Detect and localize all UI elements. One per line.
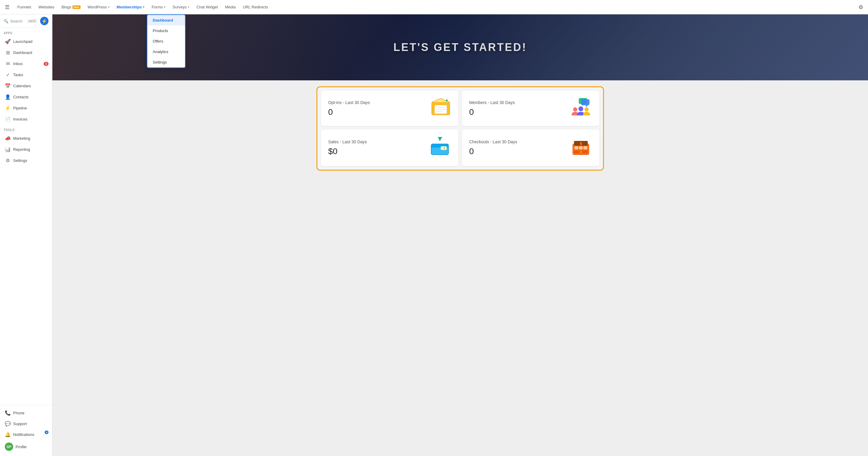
sidebar-item-support[interactable]: 💬 Support (1, 419, 51, 429)
nav-memberships[interactable]: Memberships ▾ (114, 3, 148, 11)
sales-value: $0 (328, 147, 367, 156)
optins-card: Opt-ins - Last 30 Days 0 (321, 91, 458, 126)
sidebar-item-notifications[interactable]: 🔔 Notifications 4 (1, 429, 51, 440)
sidebar-item-label: Support (13, 422, 27, 426)
sidebar-item-label: Launchpad (13, 39, 32, 44)
dropdown-item-settings[interactable]: Settings (147, 57, 185, 67)
sidebar-item-label: Tasks (13, 73, 23, 77)
email-envelope-icon (430, 97, 451, 120)
hero-title: LET'S GET STARTED! (394, 41, 527, 54)
checkouts-title: Checkouts - Last 30 Days (469, 139, 517, 144)
settings-gear-icon[interactable]: ⚙ (859, 4, 863, 10)
launchpad-icon: 🚀 (5, 39, 11, 45)
sidebar-item-invoices[interactable]: 📄 Invoices (1, 114, 51, 124)
sidebar-item-calendars[interactable]: 📅 Calendars (1, 81, 51, 91)
inbox-icon: ✉ (5, 61, 11, 66)
reporting-icon: 📊 (5, 147, 11, 152)
sidebar-item-label: Profile (16, 445, 27, 449)
sales-card-content: Sales - Last 30 Days $0 (328, 139, 367, 156)
support-icon: 💬 (5, 421, 11, 427)
dropdown-item-products[interactable]: Products (147, 26, 185, 36)
sidebar-item-settings[interactable]: ⚙ Settings (1, 155, 51, 166)
optins-title: Opt-ins - Last 30 Days (328, 100, 370, 105)
chevron-down-icon: ▾ (143, 5, 144, 9)
tasks-icon: ✓ (5, 72, 11, 78)
svg-point-27 (580, 151, 582, 153)
svg-rect-24 (579, 146, 583, 149)
quick-add-button[interactable]: ⚡ (40, 17, 49, 25)
sidebar-item-profile[interactable]: GP Profile (1, 440, 51, 453)
top-navigation: ☰ Funnels Websites Blogs New WordPress ▾… (0, 0, 868, 15)
marketing-icon: 📣 (5, 136, 11, 141)
sidebar-item-marketing[interactable]: 📣 Marketing (1, 133, 51, 144)
nav-media[interactable]: Media (222, 3, 239, 11)
search-icon: 🔍 (4, 19, 8, 23)
hamburger-menu[interactable]: ☰ (5, 4, 9, 10)
members-title: Members - Last 30 Days (469, 100, 515, 105)
svg-point-13 (585, 107, 589, 112)
sidebar-item-tasks[interactable]: ✓ Tasks (1, 69, 51, 80)
checkouts-card-content: Checkouts - Last 30 Days 0 (469, 139, 517, 156)
nav-surveys[interactable]: Surveys ▾ (169, 3, 192, 11)
contacts-icon: 👤 (5, 94, 11, 100)
memberships-dropdown: Dashboard Products Offers Analytics Sett… (147, 15, 186, 68)
sidebar-item-label: Contacts (13, 95, 28, 99)
content-area: LET'S GET STARTED! Opt-ins - Last 30 Day… (53, 15, 868, 456)
apps-section-label: Apps (0, 28, 52, 36)
checkouts-value: 0 (469, 147, 517, 156)
chevron-down-icon: ▾ (188, 5, 189, 9)
sidebar-item-reporting[interactable]: 📊 Reporting (1, 144, 51, 155)
svg-point-19 (443, 147, 445, 149)
nav-links: Funnels Websites Blogs New WordPress ▾ M… (14, 3, 859, 11)
sidebar-item-label: Calendars (13, 84, 31, 88)
dashboard-section: Opt-ins - Last 30 Days 0 (53, 80, 868, 179)
sidebar-item-label: Marketing (13, 136, 30, 141)
cards-wrapper: Opt-ins - Last 30 Days 0 (316, 86, 604, 171)
sidebar-item-label: Reporting (13, 147, 30, 152)
sidebar-item-launchpad[interactable]: 🚀 Launchpad (1, 36, 51, 47)
phone-icon: 📞 (5, 410, 11, 416)
sidebar-item-label: Dashboard (13, 50, 32, 55)
nav-wordpress[interactable]: WordPress ▾ (85, 3, 113, 11)
invoices-icon: 📄 (5, 116, 11, 122)
sidebar: 🔍 Search ctrl K ⚡ Apps 🚀 Launchpad ⊞ Das… (0, 15, 53, 456)
avatar: GP (5, 443, 13, 451)
sidebar-item-label: Invoices (13, 117, 28, 121)
new-badge: New (72, 5, 81, 9)
sales-title: Sales - Last 30 Days (328, 139, 367, 144)
search-bar[interactable]: 🔍 Search ctrl K ⚡ (0, 15, 52, 28)
svg-rect-25 (584, 146, 587, 149)
dropdown-item-offers[interactable]: Offers (147, 36, 185, 47)
svg-point-12 (579, 107, 583, 111)
members-group-icon (570, 97, 592, 120)
sidebar-item-contacts[interactable]: 👤 Contacts (1, 92, 51, 102)
nav-forms[interactable]: Forms ▾ (149, 3, 168, 11)
svg-point-6 (446, 99, 447, 101)
nav-websites[interactable]: Websites (35, 3, 57, 11)
sidebar-item-pipeline[interactable]: ⚡ Pipeline (1, 103, 51, 113)
wallet-icon (429, 136, 451, 160)
sidebar-item-phone[interactable]: 📞 Phone (1, 408, 51, 418)
svg-rect-9 (581, 99, 590, 105)
dropdown-item-analytics[interactable]: Analytics (147, 47, 185, 57)
svg-text:$: $ (580, 142, 582, 145)
stats-grid: Opt-ins - Last 30 Days 0 (321, 91, 599, 166)
nav-url-redirects[interactable]: URL Redirects (240, 3, 271, 11)
nav-funnels[interactable]: Funnels (14, 3, 34, 11)
sidebar-item-inbox[interactable]: ✉ Inbox 0 (1, 58, 51, 69)
nav-blogs[interactable]: Blogs New (58, 3, 83, 11)
sidebar-item-dashboard[interactable]: ⊞ Dashboard (1, 47, 51, 58)
optins-card-content: Opt-ins - Last 30 Days 0 (328, 100, 370, 117)
chevron-down-icon: ▾ (108, 5, 110, 9)
dropdown-item-dashboard[interactable]: Dashboard (147, 15, 185, 26)
chevron-down-icon: ▾ (164, 5, 165, 9)
search-shortcut: ctrl K (27, 19, 37, 23)
tools-section-label: Tools (0, 125, 52, 133)
checkout-register-icon: $ (570, 136, 592, 160)
nav-chat-widget[interactable]: Chat Widget (193, 3, 221, 11)
main-layout: 🔍 Search ctrl K ⚡ Apps 🚀 Launchpad ⊞ Das… (0, 15, 868, 456)
notifications-badge: 4 (44, 430, 49, 434)
inbox-badge: 0 (44, 62, 49, 66)
sales-card: Sales - Last 30 Days $0 (321, 130, 458, 166)
sidebar-item-label: Phone (13, 411, 25, 415)
